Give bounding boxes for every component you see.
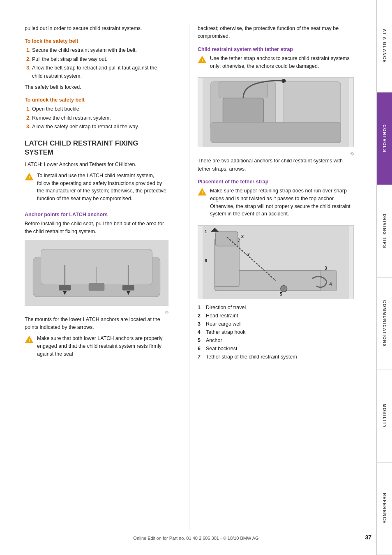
tether-diagram <box>198 77 354 147</box>
lock-steps-list: Secure the child restraint system with t… <box>25 46 168 80</box>
sidebar-item-mobility[interactable]: MOBILITY <box>377 370 392 462</box>
sidebar-label-driving-tips: DRIVING TIPS <box>382 214 387 249</box>
legend-item-6: 6 Seat backrest <box>198 345 354 353</box>
svg-text:7: 7 <box>247 252 250 257</box>
lock-heading: To lock the safety belt <box>25 38 168 44</box>
lock-step-1: Secure the child restraint system with t… <box>32 46 168 54</box>
legend-label-4: Tether strap hook <box>206 328 246 336</box>
svg-rect-10 <box>89 283 105 291</box>
legend-label-5: Anchor <box>206 336 222 345</box>
unlock-steps-list: Open the belt buckle. Remove the child r… <box>25 105 168 131</box>
sidebar-label-mobility: MOBILITY <box>382 404 387 428</box>
latch-diagram <box>25 240 168 306</box>
lock-result: The safety belt is locked. <box>25 83 168 91</box>
anchor-warning-block: ! Make sure that both lower LATCH anchor… <box>25 335 168 361</box>
sidebar-label-reference: REFERENCE <box>382 493 387 524</box>
column-divider <box>189 25 189 530</box>
svg-text:4: 4 <box>330 282 332 287</box>
sidebar-label-controls: CONTROLS <box>382 125 387 153</box>
warning-icon: ! <box>25 172 34 181</box>
intro-text: pulled out in order to secure child rest… <box>25 25 168 32</box>
latch-description: LATCH: Lower Anchors and Tethers for CHi… <box>25 161 168 169</box>
tether-warning-block: ! Use the tether strap anchors to secure… <box>198 55 354 74</box>
sidebar-label-at-a-glance: AT A GLANCE <box>382 29 387 63</box>
svg-text:!: ! <box>28 338 30 343</box>
placement-warning-text: Make sure the upper retaining strap does… <box>210 187 354 218</box>
anchor-warning-text: Make sure that both lower LATCH anchors … <box>37 335 168 358</box>
svg-rect-7 <box>122 285 134 291</box>
legend-label-7: Tether strap of the child restraint syst… <box>206 353 297 361</box>
svg-rect-6 <box>59 285 71 291</box>
legend-item-3: 3 Rear cargo well <box>198 320 354 328</box>
left-column: pulled out in order to secure child rest… <box>25 25 181 530</box>
sidebar: AT A GLANCE CONTROLS DRIVING TIPS COMMUN… <box>376 0 392 555</box>
lock-section: To lock the safety belt Secure the child… <box>25 38 168 91</box>
anchor-heading: Anchor points for LATCH anchors <box>25 212 168 217</box>
svg-rect-21 <box>211 123 341 143</box>
tether-diagram-small: © <box>198 151 354 156</box>
unlock-section: To unlock the safety belt Open the belt … <box>25 97 168 131</box>
placement-heading: Placement of the tether strap <box>198 179 354 185</box>
placement-diagram: 1 2 3 4 5 6 7 <box>198 225 354 299</box>
anchor-note: The mounts for the lower LATCH anchors a… <box>25 316 168 332</box>
anchor-warning-icon: ! <box>25 335 34 344</box>
legend-item-5: 5 Anchor <box>198 336 354 345</box>
legend-item-1: 1 Direction of travel <box>198 303 354 312</box>
svg-text:6: 6 <box>205 258 207 263</box>
legend-item-7: 7 Tether strap of the child restraint sy… <box>198 353 354 361</box>
svg-text:3: 3 <box>325 266 327 271</box>
placement-warning-icon: ! <box>198 187 207 197</box>
footer-text: Online Edition for Part no. 01 40 2 606 … <box>0 536 392 541</box>
anchor-section: Anchor points for LATCH anchors Before i… <box>25 212 168 361</box>
lock-step-2: Pull the belt strap all the way out. <box>32 56 168 63</box>
svg-text:!: ! <box>201 190 203 195</box>
legend-item-2: 2 Head restraint <box>198 312 354 320</box>
sidebar-item-driving-tips[interactable]: DRIVING TIPS <box>377 185 392 278</box>
sidebar-item-reference[interactable]: REFERENCE <box>377 462 392 555</box>
backrest-text: backrest; otherwise, the protective func… <box>198 25 354 41</box>
svg-text:!: ! <box>28 175 30 180</box>
legend-num-7: 7 <box>198 353 203 361</box>
tether-warning-icon: ! <box>198 55 207 64</box>
legend-num-2: 2 <box>198 312 203 320</box>
legend-label-3: Rear cargo well <box>206 320 242 328</box>
sidebar-item-controls[interactable]: CONTROLS <box>377 92 392 185</box>
legend-num-6: 6 <box>198 345 203 353</box>
latch-section: LATCH CHILD RESTRAINT FIXING SYSTEM LATC… <box>25 139 168 206</box>
tether-heading: Child restraint system with tether strap <box>198 46 354 52</box>
legend-num-1: 1 <box>198 303 203 312</box>
legend-label-1: Direction of travel <box>206 303 246 312</box>
legend-list: 1 Direction of travel 2 Head restraint 3… <box>198 303 354 361</box>
latch-warning-block: ! To install and use the LATCH child res… <box>25 172 168 206</box>
tether-warning-text: Use the tether strap anchors to secure c… <box>210 55 354 70</box>
unlock-step-2: Remove the child restraint system. <box>32 114 168 122</box>
latch-heading: LATCH CHILD RESTRAINT FIXING SYSTEM <box>25 139 168 157</box>
placement-warning-block: ! Make sure the upper retaining strap do… <box>198 187 354 221</box>
legend-label-2: Head restraint <box>206 312 238 320</box>
svg-text:2: 2 <box>241 234 244 239</box>
unlock-step-1: Open the belt buckle. <box>32 105 168 113</box>
legend-num-5: 5 <box>198 336 203 345</box>
latch-diagram-caption-small: © <box>25 310 168 315</box>
sidebar-item-communications[interactable]: COMMUNICATIONS <box>377 278 392 370</box>
svg-text:1: 1 <box>205 229 207 234</box>
unlock-step-3: Allow the safety belt strap to retract a… <box>32 123 168 131</box>
legend-num-3: 3 <box>198 320 203 328</box>
page-number: 37 <box>365 534 371 541</box>
svg-text:!: ! <box>201 58 203 62</box>
unlock-heading: To unlock the safety belt <box>25 97 168 103</box>
anchor-text: Before installing the child seat, pull t… <box>25 220 168 236</box>
legend-label-6: Seat backrest <box>206 345 237 353</box>
lock-step-3: Allow the belt strap to retract and pull… <box>32 64 168 80</box>
tether-section: Child restraint system with tether strap… <box>198 46 354 173</box>
sidebar-label-communications: COMMUNICATIONS <box>382 300 387 347</box>
legend-item-4: 4 Tether strap hook <box>198 328 354 336</box>
tether-note: There are two additional anchors for chi… <box>198 157 354 173</box>
svg-text:5: 5 <box>280 291 282 296</box>
right-column: backrest; otherwise, the protective func… <box>198 25 354 530</box>
legend-num-4: 4 <box>198 328 203 336</box>
sidebar-item-at-a-glance[interactable]: AT A GLANCE <box>377 0 392 92</box>
svg-point-28 <box>281 285 287 292</box>
latch-warning-text: To install and use the LATCH child restr… <box>37 172 168 203</box>
svg-rect-27 <box>321 271 337 291</box>
